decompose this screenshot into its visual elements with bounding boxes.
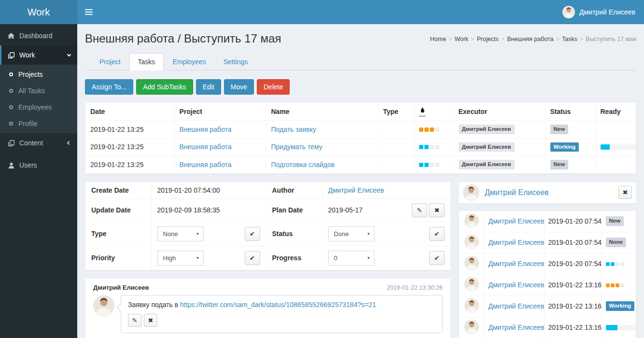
detail-label: Create Date [85,182,151,199]
status-badge: New [550,160,569,169]
apply-progress-button[interactable]: ✔ [429,251,445,265]
ready-progressbar [601,144,636,150]
project-link[interactable]: Внешняя работа [180,143,232,151]
sidebar-item-projects[interactable]: Projects [0,66,77,83]
breadcrumb-link[interactable]: Work [454,36,468,42]
breadcrumb-link[interactable]: Tasks [562,36,577,42]
list-item: Дмитрий Елисеев 2019-01-20 07:54 New [459,211,636,232]
clear-plan-date-button[interactable]: ✖ [429,203,445,217]
col-header-executor[interactable]: Executor [453,103,545,121]
list-item: Дмитрий Елисеев 2019-01-20 07:54 None [459,232,636,253]
activity-user-link[interactable]: Дмитрий Елисеев [489,217,545,225]
tab-settings[interactable]: Settings [215,53,257,70]
executor-link[interactable]: Дмитрий Елисеев [485,188,549,197]
sidebar-item-employees[interactable]: Employees [0,99,77,115]
app-brand[interactable]: Work [0,0,77,24]
col-header-date[interactable]: Date [85,103,174,121]
list-item: Дмитрий Елисеев 2019-01-22 13:16 [459,274,636,296]
col-header-project[interactable]: Project [174,103,266,121]
chevron-down-icon [67,52,71,56]
check-icon: ✔ [434,254,440,262]
task-link[interactable]: Подать заявку [271,126,316,133]
apply-type-button[interactable]: ✔ [245,227,260,241]
check-icon: ✔ [250,230,255,238]
col-header-priority[interactable] [414,103,453,121]
user-menu[interactable]: Дмитрий Елисеев [554,0,644,24]
edit-plan-date-button[interactable]: ✎ [412,203,427,217]
delete-comment-button[interactable]: ✖ [144,314,157,327]
breadcrumb-link[interactable]: Projects [477,36,499,42]
tab-employees[interactable]: Employees [164,53,214,70]
sidebar-item-label: Content [19,139,43,147]
activity-user-link[interactable]: Дмитрий Елисеев [489,239,545,246]
author-link[interactable]: Дмитрий Елисеев [328,186,384,194]
comment-link[interactable]: https://twitter.com/sam_dark/status/1086… [180,301,376,309]
type-select[interactable]: None ▼ [157,226,204,241]
avatar [464,213,479,228]
col-header-type[interactable]: Type [378,103,414,121]
project-link[interactable]: Внешняя работа [180,126,232,133]
sidebar-item-label: Employees [18,103,52,111]
circle-icon [9,89,13,93]
edit-button[interactable]: Edit [196,79,221,95]
close-icon: ✖ [623,189,628,196]
activity-table: Дмитрий Елисеев 2019-01-20 07:54 New Дми… [459,211,636,338]
executor-card: Дмитрий Елисеев ✖ [459,182,636,204]
breadcrumb-link[interactable]: Внешняя работа [507,36,553,42]
status-badge: Working [550,142,579,152]
priority-select[interactable]: High ▼ [157,251,204,266]
tab-project[interactable]: Project [91,53,129,70]
sidebar-item-content[interactable]: Content [0,133,77,153]
cell-type [378,121,414,139]
activity-date: 2019-01-20 07:54 [544,232,602,253]
close-icon: ✖ [434,207,440,214]
move-button[interactable]: Move [224,79,254,95]
priority-squares [419,126,440,133]
delete-button[interactable]: Delete [257,79,290,95]
sidebar-item-label: Projects [18,70,43,78]
activity-date: 2019-01-22 13:16 [544,274,602,296]
list-item: Дмитрий Елисеев 2019-01-20 07:54 [459,253,636,274]
flame-icon[interactable] [419,107,426,116]
sidebar-item-label: Profile [18,120,38,127]
sidebar-item-users[interactable]: Users [0,155,77,175]
apply-priority-button[interactable]: ✔ [245,251,260,265]
col-header-ready[interactable]: Ready [595,103,636,121]
apply-status-button[interactable]: ✔ [429,227,445,241]
comment-card: Дмитрий Елисеев 2019-01-22 13:30:26 Заяв… [85,278,451,338]
sidebar-item-profile[interactable]: Profile [0,115,77,132]
progress-select[interactable]: 0 ▼ [328,251,375,266]
breadcrumb-link[interactable]: Home [430,36,446,42]
comment-text: Заявку подать в [128,301,180,309]
assign-to-button[interactable]: Assign To... [85,79,133,95]
task-link[interactable]: Придумать тему [271,143,322,151]
project-link[interactable]: Внешняя работа [180,161,232,169]
remove-executor-button[interactable]: ✖ [618,186,632,199]
col-header-name[interactable]: Name [266,103,378,121]
add-subtasks-button[interactable]: Add SubTasks [136,79,193,95]
activity-user-link[interactable]: Дмитрий Елисеев [489,281,545,289]
close-icon: ✖ [148,317,154,324]
check-icon: ✔ [250,254,255,262]
tab-tasks[interactable]: Tasks [129,53,164,70]
edit-comment-button[interactable]: ✎ [128,314,141,327]
cell-type [378,156,414,173]
col-header-status[interactable]: Status [545,103,595,121]
activity-user-link[interactable]: Дмитрий Елисеев [489,324,545,331]
executor-badge: Дмитрий Елисеев [459,160,515,169]
activity-user-link[interactable]: Дмитрий Елисеев [489,302,545,310]
sidebar-item-all-tasks[interactable]: All Tasks [0,83,77,99]
task-link[interactable]: Подготовка слайдов [271,161,335,169]
sidebar-item-work[interactable]: Work [0,45,77,65]
sidebar-item-dashboard[interactable]: Dashboard [0,26,77,45]
main-content: Внешняя работа / Выступить 17 мая Home>W… [77,24,644,338]
status-badge: None [606,238,627,247]
list-item: Дмитрий Елисеев 2019-01-22 13:16 Working [459,296,636,317]
status-badge: New [606,216,624,226]
activity-user-link[interactable]: Дмитрий Елисеев [489,260,545,268]
status-select[interactable]: Done ▼ [328,226,375,241]
detail-label: Update Date [85,198,151,222]
sidebar-toggle-button[interactable] [77,0,100,24]
create-date-value: 2019-01-20 07:54:00 [151,182,266,199]
avatar [464,277,479,292]
